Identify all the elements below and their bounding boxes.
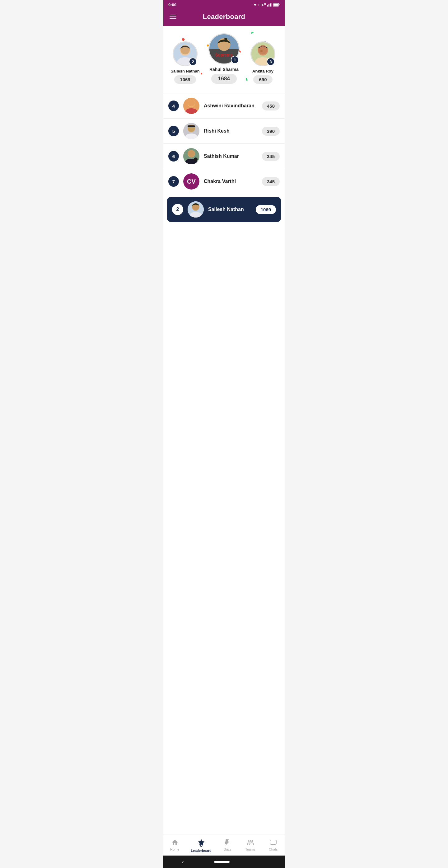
current-user-banner: 2 Sailesh Nathan 1069 bbox=[167, 197, 281, 222]
svg-rect-4 bbox=[270, 3, 271, 6]
svg-point-35 bbox=[249, 840, 251, 842]
hamburger-line-2 bbox=[169, 17, 177, 17]
nav-leaderboard-label: Leaderboard bbox=[191, 849, 212, 852]
name-6: Sathish Kumar bbox=[204, 153, 258, 159]
name-5: Rishi Kesh bbox=[204, 128, 258, 134]
second-avatar-container: 2 bbox=[173, 41, 197, 66]
list-item: 4 Ashwini Ravindharan 458 bbox=[163, 93, 285, 118]
avatar-6 bbox=[183, 148, 199, 164]
svg-rect-3 bbox=[268, 4, 269, 6]
menu-button[interactable] bbox=[168, 13, 178, 20]
avatar-5 bbox=[183, 123, 199, 139]
name-7: Chakra Varthi bbox=[204, 179, 258, 184]
avatar-4 bbox=[183, 98, 199, 114]
status-icons: LTER bbox=[253, 2, 280, 7]
first-score: 1684 bbox=[211, 74, 237, 84]
svg-point-36 bbox=[251, 840, 253, 842]
app-header: Leaderboard bbox=[163, 9, 285, 26]
nav-chats[interactable]: Chats bbox=[264, 837, 283, 854]
first-player-name: Rahul Sharma bbox=[210, 67, 238, 72]
svg-point-30 bbox=[194, 157, 197, 161]
teams-icon bbox=[247, 839, 254, 846]
svg-rect-26 bbox=[188, 125, 195, 127]
score-5: 390 bbox=[262, 127, 280, 136]
current-user-name: Sailesh Nathan bbox=[208, 207, 251, 212]
avatar-7: CV bbox=[183, 173, 199, 189]
system-nav-bar: ‹ bbox=[163, 856, 285, 868]
svg-point-18 bbox=[258, 45, 267, 55]
hamburger-line-3 bbox=[169, 18, 177, 19]
back-button[interactable]: ‹ bbox=[182, 859, 184, 865]
home-indicator[interactable] bbox=[214, 861, 230, 863]
podium-second: 2 Sailesh Nathan 1069 bbox=[166, 41, 204, 84]
rank-7: 7 bbox=[168, 176, 179, 187]
rank-5: 5 bbox=[168, 126, 179, 136]
third-score: 690 bbox=[253, 75, 272, 84]
first-rank-badge: 1 bbox=[231, 56, 239, 64]
avatar-img-4 bbox=[183, 98, 199, 114]
avatar-img-5 bbox=[183, 123, 199, 139]
current-user-score: 1069 bbox=[256, 205, 276, 214]
current-user-rank: 2 bbox=[172, 204, 183, 215]
lte-label: LTER bbox=[259, 2, 266, 7]
initials-cv: CV bbox=[183, 173, 199, 189]
leaderboard-list: 4 Ashwini Ravindharan 458 5 bbox=[163, 93, 285, 194]
second-rank-badge: 2 bbox=[189, 58, 197, 66]
nav-leaderboard[interactable]: Leaderboard bbox=[188, 837, 214, 854]
score-4: 458 bbox=[262, 101, 280, 111]
current-user-avatar bbox=[188, 202, 204, 218]
svg-rect-37 bbox=[270, 840, 276, 844]
svg-rect-2 bbox=[267, 5, 268, 6]
hamburger-line-1 bbox=[169, 14, 177, 15]
svg-rect-8 bbox=[274, 4, 279, 6]
list-item: 5 Rishi Kesh 390 bbox=[163, 118, 285, 144]
current-user-avatar-img bbox=[188, 202, 204, 218]
home-icon bbox=[171, 839, 179, 846]
avatar-img-6 bbox=[183, 148, 199, 164]
nav-teams[interactable]: Teams bbox=[241, 837, 260, 854]
second-player-name: Sailesh Nathan bbox=[170, 69, 199, 73]
wifi-icon bbox=[253, 3, 257, 6]
third-avatar-container: 3 bbox=[251, 41, 275, 66]
svg-point-19 bbox=[260, 50, 263, 52]
third-player-name: Ankita Roy bbox=[252, 69, 274, 73]
score-7: 345 bbox=[262, 177, 280, 186]
nav-buzz-label: Buzz bbox=[224, 847, 231, 851]
first-avatar-container: Supreme 1 bbox=[209, 33, 239, 64]
nav-home-label: Home bbox=[170, 847, 179, 851]
podium-third: 3 Ankita Roy 690 bbox=[244, 41, 282, 84]
podium-row: 2 Sailesh Nathan 1069 Supreme bbox=[166, 32, 282, 84]
third-rank-badge: 3 bbox=[267, 58, 275, 66]
svg-marker-1 bbox=[254, 5, 256, 6]
battery-icon bbox=[273, 3, 280, 6]
signal-icon bbox=[267, 3, 271, 6]
score-6: 345 bbox=[262, 152, 280, 161]
chats-icon bbox=[269, 839, 277, 846]
leaderboard-icon bbox=[197, 839, 206, 847]
nav-chats-label: Chats bbox=[269, 847, 278, 851]
podium-first: Supreme 1 Rahul Sharma 1684 bbox=[204, 33, 244, 84]
time: 9:00 bbox=[168, 2, 177, 7]
main-content: 2 Sailesh Nathan 1069 Supreme bbox=[163, 26, 285, 834]
list-item: 7 CV Chakra Varthi 345 bbox=[163, 169, 285, 194]
svg-point-34 bbox=[200, 845, 202, 846]
list-item: 6 Sathish Kumar 345 bbox=[163, 144, 285, 169]
bottom-nav: Home Leaderboard Buzz Teams Chats bbox=[163, 834, 285, 856]
status-bar: 9:00 LTER bbox=[163, 0, 285, 9]
name-4: Ashwini Ravindharan bbox=[204, 103, 258, 108]
svg-rect-5 bbox=[271, 3, 271, 6]
page-title: Leaderboard bbox=[178, 13, 270, 21]
rank-4: 4 bbox=[168, 100, 179, 111]
svg-text:Supreme: Supreme bbox=[215, 53, 233, 57]
second-score: 1069 bbox=[174, 75, 196, 84]
nav-teams-label: Teams bbox=[246, 847, 255, 851]
nav-home[interactable]: Home bbox=[165, 837, 184, 854]
svg-point-29 bbox=[188, 150, 195, 157]
svg-point-22 bbox=[188, 100, 195, 106]
rank-6: 6 bbox=[168, 151, 179, 161]
nav-buzz[interactable]: Buzz bbox=[218, 837, 237, 854]
svg-rect-7 bbox=[279, 4, 280, 5]
buzz-icon bbox=[224, 839, 231, 846]
podium-section: 2 Sailesh Nathan 1069 Supreme bbox=[163, 26, 285, 93]
